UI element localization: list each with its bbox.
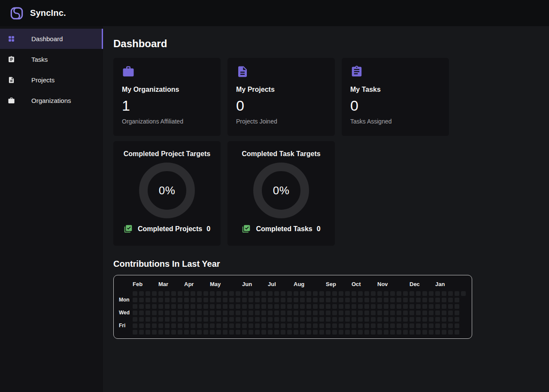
contribution-cell [364,291,369,296]
contribution-cell [210,298,215,302]
sidebar-item-dashboard[interactable]: Dashboard [0,29,103,49]
stat-card-my-projects: My Projects 0 Projects Joined [227,58,335,136]
contribution-cell [384,304,388,309]
contribution-cell [352,311,356,315]
contribution-cell [171,291,176,296]
progress-count: 0 [317,225,321,233]
contribution-cell [236,317,240,322]
contribution-cell [294,317,298,322]
contribution-cell [242,291,247,296]
contribution-cell [313,291,318,296]
contribution-cell [390,291,395,296]
contribution-cell [448,323,453,328]
contribution-cell [384,291,388,296]
contribution-cell [448,317,453,322]
contributions-title: Contributions In Last Year [113,259,549,269]
contribution-cell [139,291,144,296]
contribution-cell [409,298,414,302]
contribution-cell [165,291,170,296]
contribution-cell [319,311,324,315]
contribution-cell [345,298,350,302]
contribution-cell [435,330,440,335]
contribution-cell [300,291,305,296]
contribution-cell [139,298,144,302]
syncinc-logo-icon [9,6,24,21]
contribution-cell [178,317,182,322]
contribution-cell [397,298,401,302]
topbar: SyncInc. [0,0,549,26]
contribution-cell [345,323,350,328]
contribution-cell [255,304,260,309]
contribution-cell [332,298,337,302]
contribution-cell [146,304,150,309]
contribution-cell [371,323,376,328]
contribution-cell [274,311,279,315]
contribution-cell [171,298,176,302]
sidebar-item-organizations[interactable]: Organizations [0,90,103,111]
contribution-cell [210,304,215,309]
contribution-cell [455,317,459,322]
contribution-cell [313,323,318,328]
contribution-cell [152,323,157,328]
contribution-cell [236,298,240,302]
contribution-cell [422,298,427,302]
contribution-cell [429,330,434,335]
contribution-cell [216,291,221,296]
contribution-cell [203,323,208,328]
contribution-cell [409,304,414,309]
contribution-cell [390,317,395,322]
month-label: May [210,281,221,287]
contribution-cell [229,304,234,309]
contribution-cell [158,317,163,322]
contribution-cell [429,323,434,328]
briefcase-icon [8,97,15,104]
contribution-cell [326,291,331,296]
contribution-cell [261,317,266,322]
contribution-cell [203,311,208,315]
month-label: Feb [133,281,143,287]
contribution-cell [332,304,337,309]
stat-value: 1 [122,97,212,114]
contribution-cell [171,323,176,328]
sidebar-item-projects[interactable]: Projects [0,70,103,90]
contribution-cell [377,298,382,302]
grid-icon [8,35,15,42]
contribution-cell [442,291,446,296]
contribution-cell [249,298,253,302]
contribution-cell [216,311,221,315]
contribution-cell [210,330,215,335]
contribution-cell [339,317,343,322]
contribution-cell [384,311,388,315]
contribution-cell [384,330,388,335]
contribution-cell [242,304,247,309]
contribution-cell [409,323,414,328]
contribution-cell [236,311,240,315]
contribution-cell [152,330,157,335]
progress-percent: 0% [253,163,309,218]
progress-label: Completed Projects [138,225,202,233]
sidebar-item-tasks[interactable]: Tasks [0,49,103,69]
contribution-cell [261,298,266,302]
contribution-cell [197,298,202,302]
contribution-cell [358,330,363,335]
contribution-cell [377,323,382,328]
contribution-cell [345,311,350,315]
contribution-cell [242,323,247,328]
contribution-cell [429,311,434,315]
stat-card-row: My Organizations 1 Organizations Affilia… [113,58,549,136]
contribution-cell [178,311,182,315]
contribution-cell [236,323,240,328]
month-label: Jul [268,281,276,287]
contribution-cell [416,304,421,309]
month-label: Nov [377,281,388,287]
contribution-cell [358,317,363,322]
contribution-cell [146,317,150,322]
check-square-stack-icon [124,224,133,233]
contribution-cell [306,330,311,335]
contribution-cell [171,311,176,315]
contribution-cell [397,317,401,322]
contribution-cell [197,317,202,322]
contribution-cell [339,298,343,302]
contribution-cell [216,304,221,309]
contribution-cell [274,298,279,302]
